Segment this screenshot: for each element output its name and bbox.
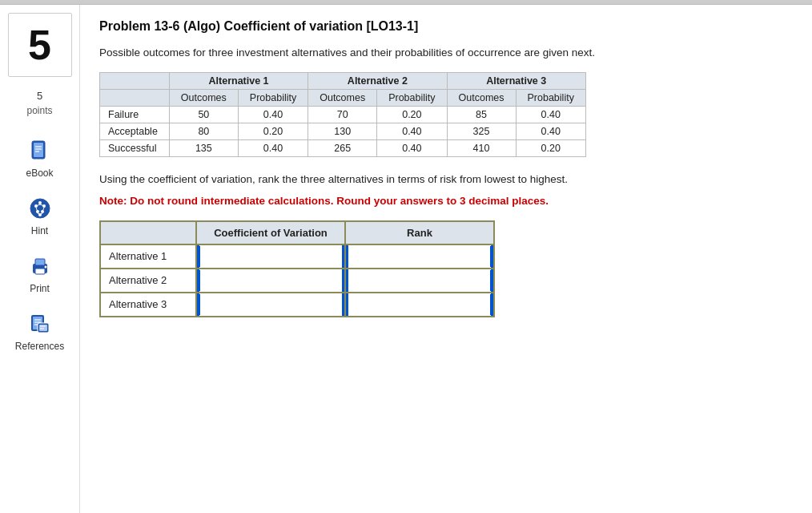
points-value: 5	[37, 90, 42, 102]
cv-input-cell-3[interactable]	[196, 293, 345, 317]
row-label: Failure	[100, 107, 170, 123]
rank-input-cell-2[interactable]	[345, 269, 494, 293]
alt2-outcome: 130	[308, 123, 377, 140]
book-icon	[25, 135, 55, 166]
table-row: Failure 50 0.40 70 0.20 85 0.40	[100, 107, 586, 123]
cv-input-2[interactable]	[197, 269, 344, 292]
alt1-prob: 0.40	[238, 140, 308, 157]
references-icon	[25, 309, 55, 339]
row-label: Acceptable	[100, 123, 170, 140]
alt1-header: Alternative 1	[169, 73, 308, 90]
answer-row-label: Alternative 2	[100, 269, 196, 293]
alt3-prob: 0.40	[516, 107, 585, 123]
question-number: 5	[28, 21, 51, 69]
references-label: References	[15, 341, 64, 352]
sidebar-item-print[interactable]: Print	[25, 251, 55, 294]
alt2-prob-subheader: Probability	[377, 90, 447, 107]
sidebar: 5 5 points eBook	[0, 5, 80, 513]
alt1-outcome: 80	[169, 123, 238, 140]
answer-row-label: Alternative 3	[100, 293, 196, 317]
alt3-outcome: 410	[447, 140, 516, 157]
answer-col1-header	[100, 221, 196, 244]
alt2-outcomes-subheader: Outcomes	[308, 90, 377, 107]
alt3-outcome: 325	[447, 123, 516, 140]
hint-icon	[25, 193, 55, 224]
sidebar-item-references[interactable]: References	[15, 309, 64, 352]
row-label: Successful	[100, 140, 170, 157]
rank-input-cell-3[interactable]	[345, 293, 494, 317]
alt1-prob: 0.20	[238, 123, 308, 140]
rank-input-3[interactable]	[346, 293, 493, 316]
data-table: Alternative 1 Alternative 2 Alternative …	[99, 72, 586, 157]
problem-title: Problem 13-6 (Algo) Coefficient of varia…	[99, 19, 790, 34]
svg-rect-28	[39, 325, 47, 331]
alt2-prob: 0.40	[377, 140, 447, 157]
alt1-outcome: 50	[169, 107, 238, 123]
cv-input-cell-1[interactable]	[196, 244, 345, 269]
hint-label: Hint	[31, 225, 48, 236]
svg-rect-20	[35, 269, 45, 274]
answer-row-label: Alternative 1	[100, 244, 196, 269]
alt3-prob: 0.20	[516, 140, 585, 157]
rank-input-cell-1[interactable]	[345, 244, 494, 269]
page-layout: 5 5 points eBook	[0, 5, 812, 513]
svg-point-6	[38, 201, 42, 204]
sidebar-item-ebook[interactable]: eBook	[25, 135, 55, 179]
print-label: Print	[30, 283, 50, 294]
svg-point-21	[44, 266, 46, 269]
alt1-outcomes-subheader: Outcomes	[169, 90, 238, 107]
answer-col3-header: Rank	[345, 221, 494, 244]
alt1-prob: 0.40	[238, 107, 308, 123]
cv-input-3[interactable]	[197, 293, 344, 316]
sidebar-item-hint[interactable]: Hint	[25, 193, 55, 236]
answer-table: Coefficient of Variation Rank Alternativ…	[99, 220, 495, 317]
alt2-outcome: 70	[308, 107, 377, 123]
alt2-outcome: 265	[308, 140, 377, 157]
label-subheader	[100, 90, 170, 107]
alt1-outcome: 135	[169, 140, 238, 157]
alt3-prob-subheader: Probability	[516, 90, 585, 107]
table-row: Acceptable 80 0.20 130 0.40 325 0.40	[100, 123, 586, 140]
alt2-prob: 0.20	[377, 107, 447, 123]
points-label: points	[26, 105, 52, 116]
rank-input-2[interactable]	[346, 269, 493, 292]
alt2-header: Alternative 2	[308, 73, 447, 90]
alt1-prob-subheader: Probability	[238, 90, 308, 107]
answer-row: Alternative 2	[100, 269, 494, 293]
ebook-label: eBook	[26, 168, 53, 179]
answer-row: Alternative 1	[100, 244, 494, 269]
cv-input-cell-2[interactable]	[196, 269, 345, 293]
alt2-prob: 0.40	[377, 123, 447, 140]
table-row: Successful 135 0.40 265 0.40 410 0.20	[100, 140, 586, 157]
alt3-header: Alternative 3	[447, 73, 585, 90]
answer-row: Alternative 3	[100, 293, 494, 317]
svg-rect-1	[34, 143, 43, 157]
note-text: Note: Do not round intermediate calculat…	[99, 193, 790, 209]
alt3-prob: 0.40	[516, 123, 585, 140]
cv-input-1[interactable]	[197, 245, 344, 268]
main-content: Problem 13-6 (Algo) Coefficient of varia…	[80, 5, 812, 513]
problem-description: Possible outcomes for three investment a…	[99, 45, 790, 61]
print-icon	[25, 251, 55, 281]
rank-input-1[interactable]	[346, 245, 493, 268]
instructions-text: Using the coefficient of variation, rank…	[99, 172, 790, 188]
answer-col2-header: Coefficient of Variation	[196, 221, 345, 244]
alt3-outcomes-subheader: Outcomes	[447, 90, 516, 107]
alt3-outcome: 85	[447, 107, 516, 123]
svg-rect-19	[35, 259, 45, 265]
table-empty-header	[100, 73, 170, 90]
question-number-box: 5	[8, 13, 72, 77]
